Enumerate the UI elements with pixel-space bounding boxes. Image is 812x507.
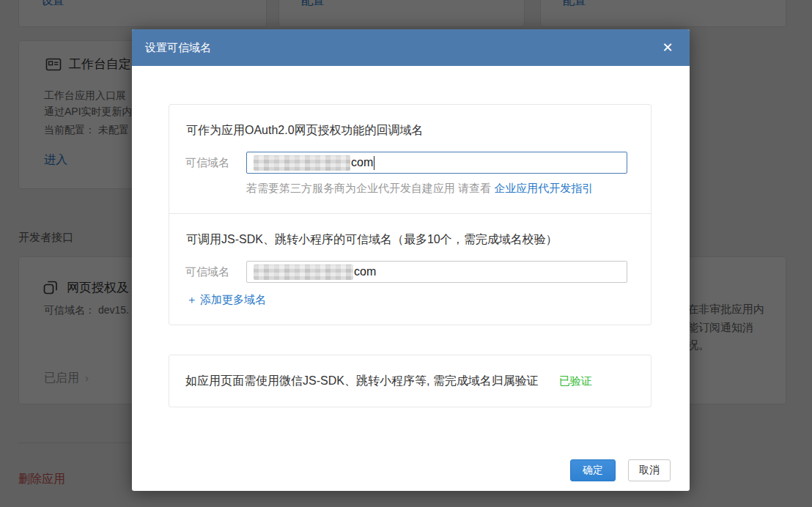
verified-status-link[interactable]: 已验证 — [559, 374, 592, 388]
ownership-verify-box: 如应用页面需使用微信JS-SDK、跳转小程序等, 需完成域名归属验证 已验证 — [169, 355, 652, 407]
oauth-helper-text: 若需要第三方服务商为企业代开发自建应用 请查看 — [246, 182, 494, 194]
modal-title: 设置可信域名 — [145, 29, 211, 66]
jssdk-domain-value-suffix: com — [354, 265, 376, 278]
confirm-button[interactable]: 确定 — [570, 459, 616, 481]
redacted-domain-blob — [254, 155, 350, 171]
oauth-domain-section: 可作为应用OAuth2.0网页授权功能的回调域名 可信域名 com 若需要第三方… — [169, 105, 651, 213]
redacted-domain-blob — [254, 264, 353, 280]
dev-guide-link[interactable]: 企业应用代开发指引 — [494, 182, 593, 194]
verify-requirement-text: 如应用页面需使用微信JS-SDK、跳转小程序等, 需完成域名归属验证 — [185, 374, 539, 389]
modal-footer: 确定 取消 — [570, 459, 671, 481]
jssdk-section-heading: 可调用JS-SDK、跳转小程序的可信域名（最多10个，需完成域名校验） — [186, 232, 635, 248]
jssdk-domain-label: 可信域名 — [185, 265, 237, 279]
cancel-button[interactable]: 取消 — [628, 459, 671, 481]
domain-settings-box: 可作为应用OAuth2.0网页授权功能的回调域名 可信域名 com 若需要第三方… — [169, 104, 652, 325]
oauth-domain-value-suffix: com — [351, 156, 373, 169]
oauth-helper-row: 若需要第三方服务商为企业代开发自建应用 请查看 企业应用代开发指引 — [246, 182, 635, 196]
wecom-app-settings-page: 设置 配置 配置 工作台自定 工作台应用入口展 通过API实时更新内 当前配置： — [0, 0, 812, 507]
close-icon[interactable]: ✕ — [659, 39, 676, 56]
oauth-domain-label: 可信域名 — [185, 156, 237, 170]
add-more-domains-link[interactable]: ＋添加更多域名 — [186, 293, 266, 307]
trusted-domain-modal: 设置可信域名 ✕ 可作为应用OAuth2.0网页授权功能的回调域名 可信域名 c… — [132, 29, 690, 491]
oauth-domain-input[interactable]: com — [246, 152, 627, 174]
text-caret — [374, 156, 374, 170]
jssdk-domain-section: 可调用JS-SDK、跳转小程序的可信域名（最多10个，需完成域名校验） 可信域名… — [169, 213, 651, 325]
plus-icon: ＋ — [186, 293, 197, 306]
modal-header: 设置可信域名 ✕ — [132, 29, 690, 66]
oauth-section-heading: 可作为应用OAuth2.0网页授权功能的回调域名 — [186, 123, 635, 138]
jssdk-domain-input[interactable]: com — [246, 261, 627, 283]
